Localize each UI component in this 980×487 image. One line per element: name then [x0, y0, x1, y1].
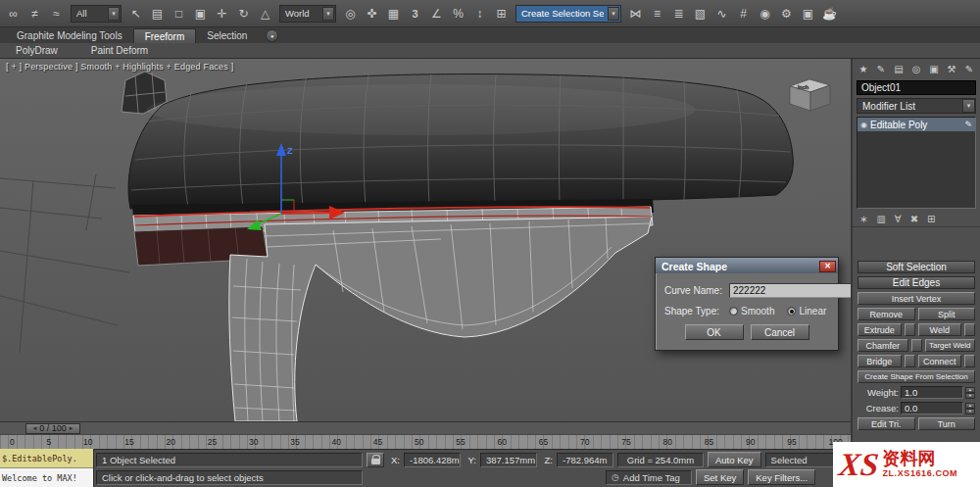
show-end-result-icon[interactable]: ▥ [876, 214, 885, 224]
model-body[interactable] [128, 74, 793, 209]
reference-coordinate-dropdown[interactable]: World ▾ [279, 5, 336, 23]
make-unique-icon[interactable]: ∀ [895, 214, 902, 224]
select-and-rotate-icon[interactable]: ↻ [233, 3, 254, 24]
edit-edges-rollout-header[interactable]: Edit Edges [858, 276, 975, 289]
mirror-icon[interactable]: ⋈ [625, 3, 646, 24]
time-slider-track[interactable]: ◂ 0 / 100 ▸ [0, 421, 851, 434]
selection-region-icon[interactable]: □ [169, 3, 189, 24]
align-icon[interactable]: ≡ [647, 3, 667, 24]
configure-modifier-sets-icon[interactable]: ⊞ [927, 214, 935, 224]
turn-button[interactable]: Turn [918, 417, 976, 430]
maxscript-mini-listener[interactable]: $.EditablePoly. Welcome to MAX! [0, 449, 94, 487]
connect-button[interactable]: Connect [918, 355, 962, 367]
create-shape-from-selection-button[interactable]: Create Shape From Selection [858, 370, 975, 383]
linear-radio[interactable]: Linear [787, 306, 826, 317]
viewport-label[interactable]: [ + ] Perspective ] Smooth + Highlights … [6, 62, 233, 72]
create-tab-icon[interactable]: ★ [857, 62, 870, 76]
utilities-tab-icon[interactable]: ⚒ [945, 62, 958, 76]
insert-vertex-button[interactable]: Insert Vertex [858, 292, 975, 305]
tab-graphite-modeling-tools[interactable]: Graphite Modeling Tools [6, 28, 133, 43]
curve-editor-icon[interactable]: ∿ [711, 3, 732, 24]
spinner-snap-icon[interactable]: ↕ [469, 3, 490, 24]
layer-manager-icon[interactable]: ≣ [668, 3, 689, 24]
frame-forward-icon[interactable]: ▸ [70, 424, 74, 432]
bridge-settings-button[interactable] [905, 355, 915, 367]
modifier-list-dropdown[interactable]: Modifier List ▾ [857, 98, 976, 114]
percent-snap-icon[interactable]: % [448, 3, 468, 24]
bridge-button[interactable]: Bridge [858, 355, 902, 367]
close-icon[interactable]: ✕ [819, 261, 836, 272]
add-time-tag-field[interactable]: ◷ Add Time Tag [606, 470, 692, 485]
select-and-scale-icon[interactable]: △ [255, 3, 275, 24]
pencil-icon[interactable]: ✎ [962, 62, 976, 76]
frame-back-icon[interactable]: ◂ [33, 424, 37, 432]
spin-down-icon[interactable]: ▾ [965, 409, 975, 414]
paint-deform-panel-button[interactable]: Paint Deform [91, 45, 148, 56]
cancel-button[interactable]: Cancel [751, 324, 809, 340]
render-production-icon[interactable]: ☕ [819, 3, 840, 24]
snap-toggle-icon[interactable]: 3 [405, 3, 425, 24]
auto-key-button[interactable]: Auto Key [708, 452, 761, 467]
select-and-link-icon[interactable]: ∞ [3, 3, 24, 24]
object-name-field[interactable]: Object01 [857, 80, 976, 95]
y-coordinate-field[interactable]: 387.157mm [480, 453, 537, 467]
select-object-icon[interactable]: ↖ [125, 3, 146, 24]
modifier-stack[interactable]: ◉ Editable Poly ✎ [857, 117, 976, 209]
display-tab-icon[interactable]: ▣ [927, 62, 941, 76]
viewport-canvas[interactable]: inch [0, 59, 851, 421]
target-weld-button[interactable]: Target Weld [925, 339, 976, 352]
ribbon-minimize-icon[interactable]: ● [266, 29, 278, 42]
stack-item-editable-poly[interactable]: ◉ Editable Poly ✎ [858, 118, 975, 131]
time-slider-handle[interactable]: ◂ 0 / 100 ▸ [25, 423, 80, 434]
reference-cube[interactable]: inch [790, 79, 830, 111]
schematic-view-icon[interactable]: # [733, 3, 754, 24]
remove-modifier-icon[interactable]: ✖ [910, 214, 918, 224]
chamfer-settings-button[interactable] [911, 339, 922, 352]
track-bar[interactable]: 0510152025303540455055606570758085909510… [0, 434, 851, 449]
set-key-button[interactable]: Set Key [696, 469, 744, 485]
chamfer-button[interactable]: Chamfer [858, 339, 908, 352]
angle-snap-icon[interactable]: ∠ [426, 3, 447, 24]
macro-recorder-line[interactable]: $.EditablePoly. [0, 449, 93, 468]
listener-line[interactable]: Welcome to MAX! [0, 468, 93, 487]
split-button[interactable]: Split [918, 308, 976, 320]
select-by-name-icon[interactable]: ▤ [147, 3, 168, 24]
weight-spinner[interactable]: ▴ ▾ [965, 387, 975, 399]
tab-selection[interactable]: Selection [196, 28, 258, 43]
dialog-titlebar[interactable]: Create Shape ✕ [656, 258, 838, 273]
polydraw-panel-button[interactable]: PolyDraw [16, 45, 58, 56]
select-and-manipulate-icon[interactable]: ✜ [362, 3, 382, 24]
perspective-viewport[interactable]: inch [0, 59, 851, 421]
unlink-selection-icon[interactable]: ≠ [24, 3, 45, 24]
selection-filter-dropdown[interactable]: All ▾ [71, 5, 122, 23]
window-crossing-icon[interactable]: ▣ [190, 3, 211, 24]
edit-named-sets-icon[interactable]: ⊞ [491, 3, 512, 24]
selection-lock-button[interactable] [367, 453, 384, 467]
select-and-move-icon[interactable]: ✛ [212, 3, 232, 24]
weld-settings-button[interactable] [964, 323, 975, 336]
extrude-settings-button[interactable] [905, 323, 915, 336]
remove-button[interactable]: Remove [858, 308, 915, 320]
spin-down-icon[interactable]: ▾ [965, 393, 975, 399]
use-center-icon[interactable]: ◎ [340, 3, 361, 24]
modify-tab-icon[interactable]: ✎ [874, 62, 888, 76]
visibility-icon[interactable]: ◉ [860, 121, 867, 129]
curve-name-input[interactable] [729, 283, 851, 298]
weight-field[interactable]: 1.0 [901, 386, 963, 399]
connect-settings-button[interactable] [964, 355, 975, 367]
key-filters-button[interactable]: Key Filters... [748, 469, 815, 485]
soft-selection-rollout-header[interactable]: Soft Selection [858, 261, 975, 273]
x-coordinate-field[interactable]: -1806.428m [404, 453, 461, 467]
z-coordinate-field[interactable]: -782.964m [557, 453, 613, 467]
edit-tri-button[interactable]: Edit Tri. [858, 417, 915, 430]
extrude-button[interactable]: Extrude [858, 323, 902, 336]
keyboard-override-icon[interactable]: ▦ [383, 3, 404, 24]
crease-field[interactable]: 0.0 [901, 402, 963, 414]
motion-tab-icon[interactable]: ◎ [909, 62, 923, 76]
smooth-radio[interactable]: Smooth [729, 306, 774, 317]
hierarchy-tab-icon[interactable]: ▤ [892, 62, 906, 76]
material-editor-icon[interactable]: ◉ [755, 3, 775, 24]
crease-spinner[interactable]: ▴ ▾ [965, 403, 975, 414]
weld-button[interactable]: Weld [918, 323, 962, 336]
pin-stack-icon[interactable]: ∗ [859, 214, 867, 224]
